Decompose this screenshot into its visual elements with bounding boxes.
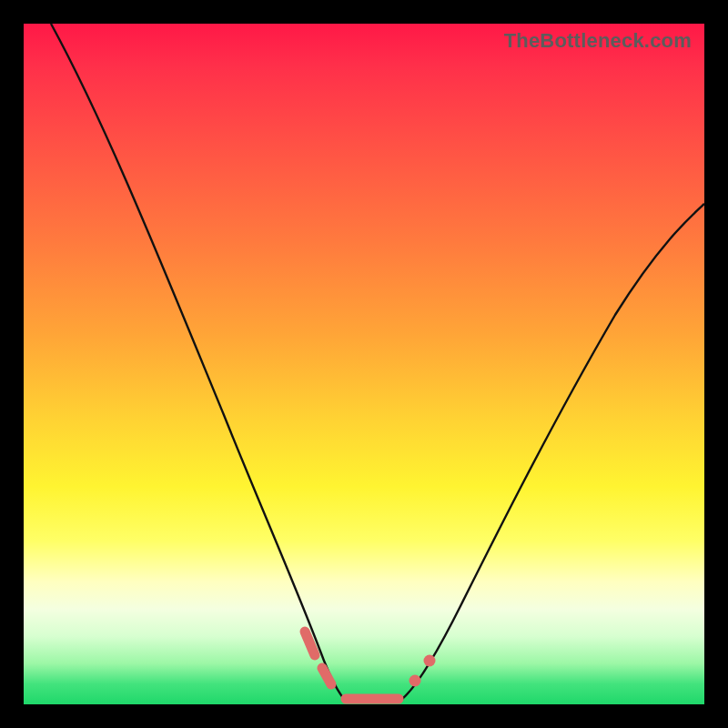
curve-layer [24, 24, 704, 704]
bead-right-upper [424, 655, 436, 667]
bead-left-lower [322, 668, 331, 684]
chart-frame: TheBottleneck.com [0, 0, 728, 728]
plot-area: TheBottleneck.com [24, 24, 704, 704]
curve-left-branch [51, 24, 344, 699]
bead-right-lower [410, 675, 421, 687]
curve-right-branch [402, 204, 704, 699]
